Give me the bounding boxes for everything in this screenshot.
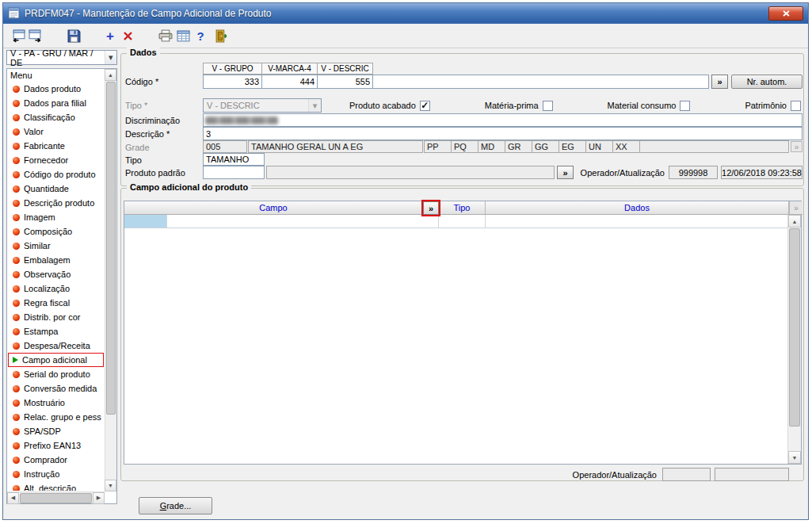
records-next-button[interactable] (27, 27, 44, 44)
menu-item-codigo-do-produto[interactable]: Código do produto (8, 167, 104, 182)
grid-header-tipo[interactable]: Tipo (439, 201, 486, 215)
produto-padrao-input[interactable] (203, 166, 265, 179)
menu-item-fabricante[interactable]: Fabricante (8, 139, 104, 153)
menu-item-label: Dados produto (24, 84, 81, 94)
checkbox-row: Produto acabado✓Matéria-primaMaterial co… (349, 98, 801, 113)
checkbox-materia-prima[interactable]: Matéria-prima (485, 101, 553, 111)
menu-horizontal-scrollbar[interactable]: ◀ ▶ (7, 491, 105, 503)
table-button[interactable] (174, 27, 192, 44)
cell-campo[interactable] (167, 215, 439, 228)
checkbox-material-consumo[interactable]: Material consumo (608, 101, 691, 111)
menu-item-estampa[interactable]: Estampa (8, 324, 104, 338)
menu-bullet-icon (13, 228, 20, 235)
operador-code-field: 999998 (669, 166, 718, 179)
menu-vertical-scrollbar[interactable]: ▲ ▼ (105, 69, 116, 491)
grid-vertical-scrollbar[interactable]: ▲ ▼ (787, 215, 801, 464)
cell-tipo[interactable] (439, 215, 486, 228)
descricao-input[interactable]: 3 (203, 127, 802, 140)
checkbox-patrimonio[interactable]: Patrimônio (745, 101, 801, 111)
menu-item-classificacao[interactable]: Classificação (8, 110, 104, 124)
close-button[interactable] (768, 6, 803, 21)
grid-row[interactable] (124, 215, 801, 228)
app-icon (8, 7, 21, 20)
delete-button[interactable] (119, 27, 136, 44)
menu-item-dados-para-filial[interactable]: Dados para filial (8, 96, 104, 110)
menu-item-dados-produto[interactable]: Dados produto (8, 82, 104, 96)
discriminacao-input[interactable] (203, 113, 802, 127)
codigo-extra-input[interactable] (372, 75, 709, 89)
grid-header-campo[interactable]: Campo (124, 201, 423, 215)
menu-bullet-icon (13, 86, 20, 93)
grid-header-dados[interactable]: Dados (486, 201, 789, 215)
menu-item-despesa-receita[interactable]: Despesa/Receita (8, 338, 104, 353)
print-button[interactable] (157, 27, 174, 44)
menu-item-embalagem[interactable]: Embalagem (8, 253, 104, 267)
codigo-marca-input[interactable]: 444 (261, 75, 318, 89)
menu-item-label: Relac. grupo e pess (24, 412, 101, 422)
row-selector-cell[interactable] (124, 215, 167, 228)
menu-item-distrib-por-cor[interactable]: Distrib. por cor (8, 310, 104, 324)
menu-scroll-thumb[interactable] (106, 82, 116, 415)
checkbox-label: Material consumo (608, 101, 677, 110)
scroll-up-icon[interactable]: ▲ (788, 215, 801, 228)
scroll-up-icon[interactable]: ▲ (105, 69, 116, 81)
menu-item-relac-grupo-e-pess[interactable]: Relac. grupo e pess (8, 410, 104, 424)
menu-item-serial-do-produto[interactable]: Serial do produto (8, 367, 104, 381)
checkbox-unchecked[interactable] (680, 101, 690, 111)
add-icon: + (106, 29, 114, 43)
menu-item-spa-sdp[interactable]: SPA/SDP (8, 424, 104, 438)
menu-item-imagem[interactable]: Imagem (8, 210, 104, 224)
checkbox-checked[interactable]: ✓ (420, 101, 430, 111)
produto-padrao-more-button[interactable]: » (557, 166, 574, 179)
help-button[interactable]: ? (192, 27, 209, 44)
grade-size-cell: GR (505, 141, 532, 152)
menu-bullet-icon (13, 285, 20, 293)
tipo2-input[interactable]: TAMANHO (203, 153, 265, 166)
menu-item-composicao[interactable]: Composição (8, 224, 104, 239)
menu-item-observacao[interactable]: Observação (8, 267, 104, 281)
nr-autom-button[interactable]: Nr. autom. (731, 75, 802, 89)
menu-item-similar[interactable]: Similar (8, 239, 104, 253)
checkbox-unchecked[interactable] (791, 101, 801, 111)
menu-item-mostruario[interactable]: Mostruário (8, 396, 104, 410)
menu-item-valor[interactable]: Valor (8, 124, 104, 139)
column-header-descric: V - DESCRIC (317, 63, 373, 75)
grid-scroll-thumb[interactable] (789, 228, 800, 426)
scroll-right-icon[interactable]: ▶ (93, 492, 105, 504)
campo-more-button[interactable]: » (423, 201, 439, 215)
checkbox-unchecked[interactable] (543, 101, 553, 111)
checkbox-label: Patrimônio (745, 101, 787, 110)
menu-item-descricao-produto[interactable]: Descrição produto (8, 196, 104, 210)
view-selector-combo[interactable]: V - PA - GRU / MAR / DE ▾ (6, 50, 117, 65)
checkbox-produto-acabado[interactable]: Produto acabado✓ (349, 101, 430, 111)
save-button[interactable] (65, 27, 82, 44)
toolbar: + ? (3, 24, 808, 48)
menu-item-comprador[interactable]: Comprador (8, 453, 104, 467)
menu-item-quantidade[interactable]: Quantidade (8, 182, 104, 196)
menu-item-campo-adicional[interactable]: Campo adicional (8, 353, 104, 367)
menu-hscroll-thumb[interactable] (20, 493, 92, 503)
menu-item-fornecedor[interactable]: Fornecedor (8, 153, 104, 167)
menu-item-alt-descricao[interactable]: Alt. descrição (8, 481, 104, 491)
cell-dados[interactable] (486, 215, 789, 228)
grade-button[interactable]: Grade... (139, 497, 212, 514)
menu-item-instrucao[interactable]: Instrução (8, 467, 104, 481)
exit-button[interactable] (212, 27, 230, 44)
codigo-more-button[interactable]: » (711, 75, 728, 89)
menu-bullet-icon (13, 442, 20, 449)
menu-item-regra-fiscal[interactable]: Regra fiscal (8, 296, 104, 310)
menu-item-conversao-medida[interactable]: Conversão medida (8, 381, 104, 396)
scroll-down-icon[interactable]: ▼ (105, 480, 116, 491)
operador-datetime-field: 12/06/2018 09:23:58 (721, 166, 802, 179)
tipo2-label: Tipo (125, 155, 142, 165)
scroll-down-icon[interactable]: ▼ (788, 451, 801, 464)
menu-item-localizacao[interactable]: Localização (8, 281, 104, 296)
menu-item-label: Conversão medida (24, 384, 97, 393)
codigo-descric-input[interactable]: 555 (317, 75, 373, 89)
menu-item-prefixo-ean13[interactable]: Prefixo EAN13 (8, 438, 104, 453)
codigo-grupo-input[interactable]: 333 (203, 75, 262, 89)
title-bar[interactable]: PRDFM047 - Manutenção de Campo Adicional… (3, 3, 808, 24)
records-prev-button[interactable] (10, 27, 27, 44)
scroll-left-icon[interactable]: ◀ (7, 492, 19, 504)
add-button[interactable]: + (101, 27, 119, 44)
